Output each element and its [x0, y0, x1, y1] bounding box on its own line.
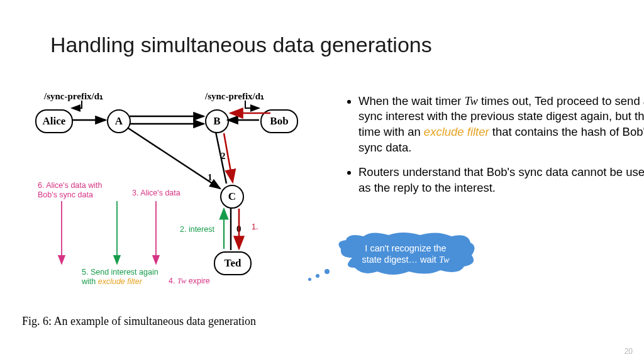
diagram-wires-icon [19, 82, 208, 176]
cloud-text: I can't recognize the state digest… wait… [333, 233, 478, 275]
page-number: 20 [625, 347, 633, 356]
bullet-2: Routers understand that Bob's sync data … [358, 165, 644, 196]
slide: Handling simultaneous data generations 2… [0, 0, 644, 362]
node-ted: Ted [214, 251, 252, 275]
thought-dot-icon [325, 269, 330, 274]
ann-step-5: 5. Send interest againwith exclude filte… [82, 268, 158, 287]
ann-step-1: 1. [252, 222, 258, 232]
ann-step-3: 3. Alice's data [132, 189, 180, 198]
ann-step-2: 2. interest [180, 225, 214, 234]
ann-step-6: 6. Alice's data withBob's sync data [38, 181, 102, 200]
prefix-right-label: /sync-prefix/d₁ [205, 90, 264, 102]
figure-caption: Fig. 6: An example of simultaneous data … [22, 315, 256, 328]
node-c: C [220, 185, 244, 209]
thought-cloud: I can't recognize the state digest… wait… [333, 233, 478, 275]
bullet-list: When the wait timer Tw times out, Ted pr… [333, 94, 644, 206]
ann-step-4: 4. Tw expire [169, 277, 210, 286]
bullet-1: When the wait timer Tw times out, Ted pr… [358, 94, 644, 156]
svg-line-4 [128, 128, 220, 189]
slide-title: Handling simultaneous data generations [50, 33, 432, 57]
network-diagram: /sync-prefix/d₁ /sync-prefix/d₁ Alice A … [19, 82, 321, 308]
node-b: B [205, 109, 229, 133]
